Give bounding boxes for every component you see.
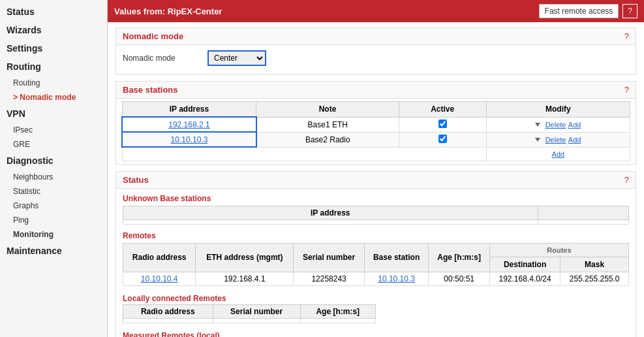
sidebar-item-statistic[interactable]: Statistic xyxy=(0,184,107,199)
locally-col-serial: Serial number xyxy=(213,304,300,318)
main-content: Values from: RipEX-Center Fast remote ac… xyxy=(108,0,644,337)
nomadic-mode-help[interactable]: ? xyxy=(624,31,629,41)
unknown-table: IP address xyxy=(123,206,629,225)
status-help[interactable]: ? xyxy=(624,175,629,185)
add-link-2[interactable]: Add xyxy=(568,136,581,144)
sidebar-item-neighbours[interactable]: Neighbours xyxy=(0,170,107,184)
sidebar-item-ping[interactable]: Ping xyxy=(0,213,107,227)
add-link-1[interactable]: Add xyxy=(568,121,581,129)
delete-link-2[interactable]: Delete xyxy=(545,136,566,144)
col-serial: Serial number xyxy=(294,243,364,272)
sidebar-item-wizards[interactable]: Wizards xyxy=(0,21,107,39)
status-title: Status xyxy=(123,175,149,185)
modify-cell-2: Delete Add xyxy=(486,132,630,147)
locally-col-age: Age [h:m:s] xyxy=(300,304,376,318)
sidebar-item-diagnostic[interactable]: Diagnostic xyxy=(0,152,107,170)
sidebar-item-graphs[interactable]: Graphs xyxy=(0,199,107,213)
unknown-empty-col xyxy=(538,206,628,219)
locally-empty-row xyxy=(123,318,376,323)
sidebar-item-routing-sub[interactable]: Routing xyxy=(0,76,107,90)
remote-base-link[interactable]: 10.10.10.3 xyxy=(378,274,415,283)
base-stations-section: Base stations ? IP address Note Active M… xyxy=(115,81,636,165)
remote-base: 10.10.10.3 xyxy=(364,272,429,285)
col-active: Active xyxy=(399,102,486,118)
col-radio-addr: Radio address xyxy=(123,243,196,272)
base-stations-header: Base stations ? xyxy=(116,82,636,99)
top-bar: Values from: RipEX-Center Fast remote ac… xyxy=(108,0,644,22)
status-header: Status ? xyxy=(116,172,636,189)
col-modify: Modify xyxy=(486,102,630,118)
sidebar-item-settings[interactable]: Settings xyxy=(0,39,107,57)
base-stations-title: Base stations xyxy=(123,85,178,95)
remote-eth: 192.168.4.1 xyxy=(196,272,294,285)
ip-address-cell-2: 10.10.10.3 xyxy=(122,132,256,147)
note-cell-1: Base1 ETH xyxy=(256,117,399,132)
nomadic-mode-body: Nomadic mode Center Remote xyxy=(116,45,636,74)
locally-label: Locally connected Remotes xyxy=(123,291,629,304)
unknown-ip-col: IP address xyxy=(123,206,538,219)
status-section: Status ? Unknown Base stations IP addres… xyxy=(115,171,636,338)
sidebar-item-gre[interactable]: GRE xyxy=(0,137,107,152)
locally-col-radio: Radio address xyxy=(123,304,213,318)
dropdown-arrow-2 xyxy=(535,138,540,142)
col-routes-header: Routes xyxy=(489,243,628,257)
col-mask: Mask xyxy=(560,257,629,272)
unknown-val-td xyxy=(538,219,628,224)
base-stations-help[interactable]: ? xyxy=(624,85,629,95)
content-area: Nomadic mode ? Nomadic mode Center Remot… xyxy=(108,22,644,337)
sidebar-item-maintenance[interactable]: Maintenance xyxy=(0,242,107,260)
active-checkbox-1[interactable] xyxy=(438,120,447,128)
add-only-cell: Add xyxy=(486,147,630,161)
remote-dest: 192.168.4.0/24 xyxy=(489,272,560,285)
empty-cell xyxy=(122,147,486,161)
table-row: 10.10.10.3 Base2 Radio Delete Add xyxy=(122,132,630,147)
remotes-row: 10.10.10.4 192.168.4.1 12258243 10.10.10… xyxy=(123,272,629,285)
unknown-stations: Unknown Base stations IP address xyxy=(123,194,629,225)
active-cell-2 xyxy=(399,132,486,147)
nomadic-mode-label: Nomadic mode xyxy=(123,54,207,63)
col-eth-addr: ETH address (mgmt) xyxy=(196,243,294,272)
ip-link-2[interactable]: 10.10.10.3 xyxy=(171,135,208,144)
sidebar-item-nomadic-mode[interactable]: Nomadic mode xyxy=(0,90,107,104)
remote-radio: 10.10.10.4 xyxy=(123,272,196,285)
nomadic-mode-select[interactable]: Center Remote xyxy=(207,50,266,66)
unknown-empty-row xyxy=(123,219,629,224)
status-body: Unknown Base stations IP address xyxy=(116,189,636,338)
note-cell-2: Base2 Radio xyxy=(256,132,399,147)
nomadic-mode-row: Nomadic mode Center Remote xyxy=(123,50,629,66)
sidebar-item-status[interactable]: Status xyxy=(0,3,107,21)
help-button[interactable]: ? xyxy=(622,4,637,18)
sidebar-item-vpn[interactable]: VPN xyxy=(0,104,107,123)
active-cell-1 xyxy=(399,117,486,132)
nomadic-mode-header: Nomadic mode ? xyxy=(116,28,636,45)
table-row: 192.168.2.1 Base1 ETH Delete Add xyxy=(122,117,630,132)
col-note: Note xyxy=(256,102,399,118)
fast-remote-access-button[interactable]: Fast remote access xyxy=(539,4,619,18)
locally-td-3 xyxy=(300,318,376,323)
locally-td-2 xyxy=(213,318,300,323)
nomadic-mode-section: Nomadic mode ? Nomadic mode Center Remot… xyxy=(115,27,636,74)
locally-table: Radio address Serial number Age [h:m:s] xyxy=(123,304,376,323)
unknown-label: Unknown Base stations xyxy=(123,194,629,203)
remote-serial: 12258243 xyxy=(294,272,364,285)
locally-td-1 xyxy=(123,318,213,323)
col-base-station: Base station xyxy=(364,243,429,272)
remotes-table: Radio address ETH address (mgmt) Serial … xyxy=(123,243,629,286)
active-checkbox-2[interactable] xyxy=(438,135,447,143)
unknown-ip-td xyxy=(123,219,538,224)
ip-address-cell: 192.168.2.1 xyxy=(122,117,256,132)
add-link-bottom[interactable]: Add xyxy=(552,150,565,158)
table-row-add: Add xyxy=(122,147,630,161)
delete-link-1[interactable]: Delete xyxy=(545,121,566,129)
sidebar-item-ipsec[interactable]: IPsec xyxy=(0,123,107,137)
remote-mask: 255.255.255.0 xyxy=(560,272,629,285)
ip-link-1[interactable]: 192.168.2.1 xyxy=(168,120,209,129)
nomadic-mode-title: Nomadic mode xyxy=(123,31,183,41)
base-stations-body: IP address Note Active Modify 192.168.2.… xyxy=(116,99,636,164)
col-ip: IP address xyxy=(122,102,256,118)
sidebar-item-monitoring[interactable]: Monitoring xyxy=(0,227,107,242)
top-bar-title: Values from: RipEX-Center xyxy=(114,7,222,16)
sidebar-item-routing[interactable]: Routing xyxy=(0,57,107,76)
remote-radio-link[interactable]: 10.10.10.4 xyxy=(141,274,178,283)
measured-label: Measured Remotes (local) xyxy=(123,329,629,338)
